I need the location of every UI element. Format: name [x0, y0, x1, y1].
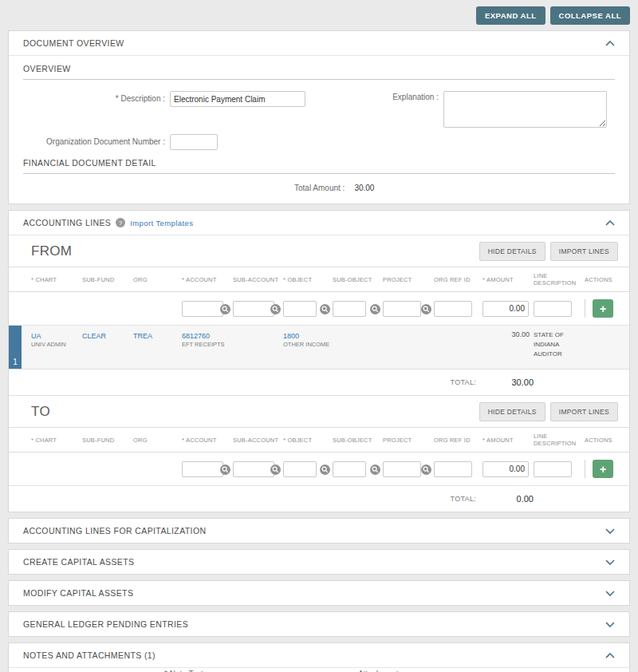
from-account-input[interactable] [182, 301, 223, 317]
notes-attachments-panel: NOTES AND ATTACHMENTS (1) * Note Text : … [8, 642, 630, 672]
collapse-all-button[interactable]: COLLAPSE ALL [550, 6, 630, 25]
from-group-title: FROM [31, 243, 72, 259]
to-line-description-input[interactable] [534, 461, 572, 477]
from-accounting-line-row: 1 UAUNIV ADMIN CLEAR TREA 6812760EFT REC… [9, 326, 629, 370]
sub-fund-link[interactable]: CLEAR [82, 332, 106, 340]
info-icon: ? [116, 218, 125, 227]
to-hide-details-button[interactable]: HIDE DETAILS [479, 402, 545, 421]
to-table-header: * CHART SUB-FUND ORG * ACCOUNT SUB-ACCOU… [9, 427, 629, 453]
chevron-down-icon[interactable] [605, 528, 615, 534]
object-link[interactable]: 1800 [283, 332, 299, 340]
top-action-bar: EXPAND ALL COLLAPSE ALL [0, 0, 638, 30]
col-object: * OBJECT [283, 437, 333, 444]
sub-account-lookup-icon[interactable] [270, 304, 281, 314]
accounting-lines-capitalization-panel: ACCOUNTING LINES FOR CAPITALIZATION [8, 518, 630, 544]
from-project-input[interactable] [383, 301, 421, 317]
object-lookup-icon[interactable] [320, 304, 330, 314]
from-hide-details-button[interactable]: HIDE DETAILS [479, 242, 545, 261]
from-total-label: TOTAL: [451, 378, 476, 386]
to-import-lines-button[interactable]: IMPORT LINES [550, 402, 618, 421]
to-org-ref-id-input[interactable] [434, 461, 472, 477]
create-capital-assets-header[interactable]: CREATE CAPITAL ASSETS [9, 550, 629, 574]
col-sub-account: SUB-ACCOUNT [233, 276, 283, 283]
to-sub-account-input[interactable] [233, 461, 274, 477]
to-amount-input[interactable] [482, 461, 529, 477]
general-ledger-pending-entries-header[interactable]: GENERAL LEDGER PENDING ENTRIES [9, 612, 629, 636]
from-org-ref-id-input[interactable] [434, 301, 472, 317]
to-account-input[interactable] [182, 461, 223, 477]
chevron-up-icon[interactable] [605, 653, 615, 658]
to-group-title: TO [31, 404, 50, 420]
chart-link[interactable]: UA [31, 332, 41, 340]
col-sub-object: SUB-OBJECT [333, 437, 383, 444]
to-total-value: 0.00 [476, 494, 534, 504]
sub-object-lookup-icon[interactable] [370, 464, 380, 475]
to-add-line-button[interactable]: + [593, 460, 613, 478]
from-import-lines-button[interactable]: IMPORT LINES [550, 242, 618, 261]
from-total-value: 30.00 [476, 378, 534, 387]
project-lookup-icon[interactable] [421, 304, 431, 314]
from-sub-object-input[interactable] [333, 301, 366, 317]
notes-attachments-header[interactable]: NOTES AND ATTACHMENTS (1) [9, 643, 629, 668]
sub-object-lookup-icon[interactable] [370, 304, 380, 314]
section-title: MODIFY CAPITAL ASSETS [23, 588, 133, 598]
account-desc: EFT RECEIPTS [182, 341, 233, 348]
org-link[interactable]: TREA [133, 332, 152, 340]
from-add-line-button[interactable]: + [593, 299, 613, 318]
description-label: * Description : [23, 91, 165, 103]
object-lookup-icon[interactable] [320, 464, 330, 475]
chevron-down-icon[interactable] [605, 622, 615, 627]
chevron-down-icon[interactable] [605, 559, 615, 565]
section-title: CREATE CAPITAL ASSETS [23, 557, 135, 567]
col-org: ORG [133, 276, 182, 283]
description-input[interactable] [170, 91, 305, 107]
col-account: * ACCOUNT [182, 276, 233, 283]
from-entry-row: + [9, 292, 629, 326]
chevron-down-icon[interactable] [605, 591, 615, 596]
to-project-input[interactable] [383, 461, 421, 477]
col-amount: * AMOUNT [482, 276, 534, 283]
create-capital-assets-panel: CREATE CAPITAL ASSETS [8, 549, 630, 575]
general-ledger-pending-entries-panel: GENERAL LEDGER PENDING ENTRIES [8, 611, 630, 637]
accounting-lines-header[interactable]: ACCOUNTING LINES ? Import Templates [9, 211, 629, 235]
line-amount: 30.00 [482, 330, 534, 338]
col-chart: * CHART [31, 437, 82, 444]
account-lookup-icon[interactable] [220, 304, 230, 314]
modify-capital-assets-panel: MODIFY CAPITAL ASSETS [8, 580, 630, 606]
modify-capital-assets-header[interactable]: MODIFY CAPITAL ASSETS [9, 581, 629, 605]
explanation-label: Explanation : [392, 91, 439, 128]
from-object-input[interactable] [283, 301, 317, 317]
accounting-lines-capitalization-header[interactable]: ACCOUNTING LINES FOR CAPITALIZATION [9, 519, 629, 543]
explanation-textarea[interactable] [443, 91, 607, 128]
col-line-description: LINE DESCRIPTION [534, 272, 585, 287]
financial-detail-subheader: FINANCIAL DOCUMENT DETAIL [23, 158, 615, 174]
to-entry-row: + [9, 453, 629, 486]
col-object: * OBJECT [283, 276, 333, 283]
from-sub-account-input[interactable] [233, 301, 274, 317]
account-lookup-icon[interactable] [220, 464, 230, 475]
sub-account-lookup-icon[interactable] [270, 464, 281, 475]
overview-subheader: OVERVIEW [23, 64, 615, 80]
org-doc-number-input[interactable] [170, 134, 218, 150]
project-lookup-icon[interactable] [421, 464, 431, 475]
total-amount-row: Total Amount : 30.00 [9, 174, 629, 204]
section-title: GENERAL LEDGER PENDING ENTRIES [23, 619, 188, 629]
col-actions: ACTIONS [585, 276, 629, 283]
account-link[interactable]: 6812760 [182, 332, 210, 340]
document-overview-header[interactable]: DOCUMENT OVERVIEW [9, 31, 629, 56]
col-org-ref-id: ORG REF ID [434, 276, 482, 283]
section-title: ACCOUNTING LINES FOR CAPITALIZATION [23, 526, 206, 536]
expand-all-button[interactable]: EXPAND ALL [476, 6, 545, 25]
col-project: PROJECT [383, 276, 434, 283]
import-templates-link[interactable]: Import Templates [130, 219, 193, 227]
chevron-up-icon[interactable] [605, 220, 615, 226]
from-line-description-input[interactable] [534, 301, 572, 317]
to-sub-object-input[interactable] [333, 461, 366, 477]
object-desc: OTHER INCOME [283, 341, 333, 348]
col-sub-account: SUB-ACCOUNT [233, 437, 283, 444]
accounting-lines-title: ACCOUNTING LINES [23, 218, 111, 227]
to-object-input[interactable] [283, 461, 317, 477]
chevron-up-icon[interactable] [605, 41, 615, 46]
document-overview-title: DOCUMENT OVERVIEW [23, 38, 124, 48]
from-amount-input[interactable] [482, 301, 529, 317]
